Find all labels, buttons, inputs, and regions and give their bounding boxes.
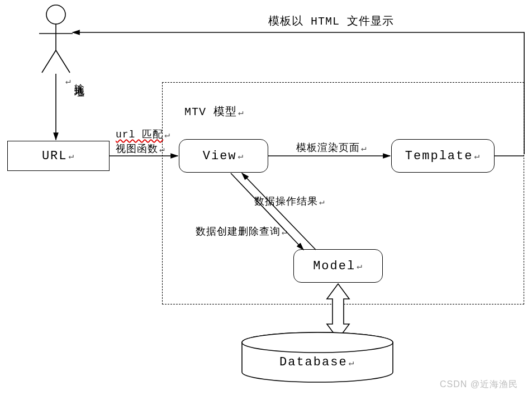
label-database: Database↵ <box>279 355 355 369</box>
svg-point-12 <box>242 332 393 353</box>
label-input-address: 输入地址↵ <box>64 75 86 87</box>
diagram-canvas: { "top_label": "模板以 HTML 文件显示", "actor_l… <box>0 0 532 395</box>
svg-point-0 <box>46 5 65 24</box>
node-url: URL↵ <box>7 141 110 171</box>
svg-line-3 <box>42 50 56 73</box>
mtv-title: MTV 模型↵ <box>184 104 244 119</box>
label-render-page: 模板渲染页面↵ <box>296 141 367 154</box>
label-data-crud: 数据创建删除查询↵ <box>196 225 288 238</box>
label-template-html: 模板以 HTML 文件显示 <box>268 13 394 28</box>
node-model: Model↵ <box>293 249 383 283</box>
label-data-result: 数据操作结果↵ <box>254 194 325 208</box>
node-template: Template↵ <box>391 139 495 173</box>
watermark: CSDN @近海渔民 <box>440 379 518 391</box>
svg-line-4 <box>56 50 70 73</box>
svg-point-13 <box>242 332 393 353</box>
node-view: View↵ <box>179 139 268 173</box>
label-view-func: 视图函数↵ <box>116 142 165 155</box>
